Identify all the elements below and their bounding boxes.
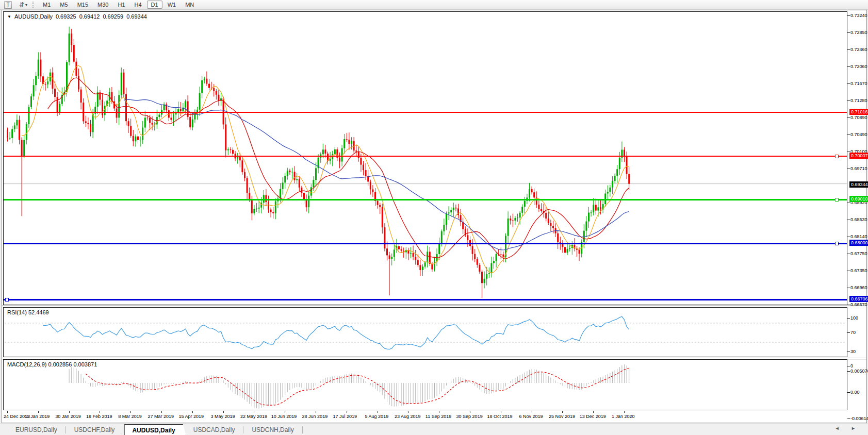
date-tick [501,411,501,413]
axis-tick [847,237,850,237]
chart-tab-usdcad[interactable]: USDCAD,Daily [186,424,242,435]
top-toolbar: T ⇵ ▾ M1M5M15M30H1H4D1W1MN [0,0,868,10]
price-tick-label: 0.72060 [850,64,868,69]
axis-tick [847,203,850,203]
level-line-0.71016[interactable] [4,112,847,113]
timeframe-button-h1[interactable]: H1 [113,1,129,9]
timeframe-button-d1[interactable]: D1 [147,1,162,9]
date-tick [532,411,532,413]
collapse-triangle-icon[interactable]: ▼ [7,14,11,19]
date-tick [439,411,439,413]
date-tick [470,411,470,413]
timeframe-button-mn[interactable]: MN [181,1,198,9]
date-label: 18 Oct 2019 [487,414,512,419]
axis-tick [847,169,850,169]
date-label: 17 Jul 2019 [333,414,357,419]
price-tick-label: 0.71670 [850,81,868,86]
axis-tick [847,332,850,333]
rsi-chart[interactable] [4,308,847,357]
date-label: 8 Mar 2019 [118,414,142,419]
date-label: 11 Sep 2019 [425,414,451,419]
date-label: 28 Jun 2019 [302,414,328,419]
date-label: 11 Jan 2019 [24,414,50,419]
price-tick-label: 30 [850,349,868,354]
main-chart-area[interactable]: ▼ AUDUSD,Daily 0.69325 0.69412 0.69259 0… [3,11,847,305]
chart-tab-usdchf[interactable]: USDCHF,Daily [67,424,122,435]
swap-arrows-icon[interactable]: ⇵ [19,1,24,8]
price-tick-label: 0.66570 [850,302,868,307]
dropdown-caret-icon[interactable]: ▾ [25,3,27,7]
timeframe-button-w1[interactable]: W1 [163,1,181,9]
date-label: 6 Nov 2019 [519,414,543,419]
date-tick [347,411,347,413]
macd-label: MACD(12,26,9) 0.002856 0.003871 [7,361,97,367]
timeframe-button-m1[interactable]: M1 [39,1,55,9]
date-label: 18 Feb 2019 [86,414,112,419]
level-line-0.66706[interactable] [4,299,847,300]
rsi-line [43,316,629,349]
price-tick-label: 0.72850 [850,30,868,35]
date-label: 25 Nov 2019 [549,414,575,419]
price-tick-label: -0.006148 [850,416,868,421]
date-label: 30 Jan 2019 [55,414,81,419]
date-tick [69,411,70,413]
price-tick-label: 0.69710 [850,166,868,171]
date-label: 5 Aug 2019 [365,414,389,419]
text-tool-button[interactable]: T [4,1,12,9]
timeframe-button-m5[interactable]: M5 [56,1,72,9]
date-tick [285,411,285,413]
level-price-label: 0.68000 [849,240,868,246]
macd-panel[interactable]: MACD(12,26,9) 0.002856 0.003871 [3,359,847,410]
ohlc-open: 0.69325 [56,13,76,20]
timeframe-button-m15[interactable]: M15 [73,1,92,9]
axis-tick [847,49,850,50]
level-drag-handle[interactable] [5,298,9,302]
axis-tick [847,118,850,118]
date-label: 3 May 2019 [211,414,235,419]
level-drag-handle[interactable] [835,155,839,158]
level-line-0.70007[interactable] [4,156,847,157]
price-tick-label: 70 [850,330,868,335]
date-label: 22 May 2019 [240,414,267,419]
price-tick-label: 0.71280 [850,98,868,103]
tab-separator [123,426,123,433]
ohlc-low: 0.69259 [103,13,123,20]
axis-tick [847,366,850,366]
level-drag-handle[interactable] [835,242,839,245]
macd-chart[interactable] [4,360,847,410]
candlestick-chart[interactable] [4,12,847,305]
date-label: 23 Aug 2019 [395,414,421,419]
axis-tick [847,419,850,419]
price-tick-label: 0.66960 [850,285,868,290]
date-tick [254,411,254,413]
axis-tick [847,318,850,319]
price-tick-label: 0.005076 [850,369,868,374]
axis-tick [847,288,850,288]
date-tick [624,411,625,413]
level-line-0.69010[interactable] [4,199,847,200]
axis-tick [847,220,850,220]
date-tick [316,411,316,413]
tab-scroll-arrows[interactable]: ◄ ► [835,426,861,431]
price-tick-label: 0.70490 [850,132,868,137]
level-drag-handle[interactable] [835,198,839,202]
current-price-label: 0.69344 [849,181,868,188]
axis-tick [847,392,850,393]
price-tick-label: 0.73240 [850,13,868,18]
rsi-panel[interactable]: RSI(14) 52.4469 [3,307,847,357]
date-tick [408,411,408,413]
chart-tab-eurusd[interactable]: EURUSD,Daily [8,424,64,435]
chart-tab-usdcnh[interactable]: USDCNH,Daily [244,424,301,435]
timeframe-button-h4[interactable]: H4 [130,1,146,9]
date-tick [7,411,8,413]
level-line-0.68000[interactable] [4,243,847,244]
chart-tab-bar: EURUSD,DailyUSDCHF,DailyAUDUSD,DailyUSDC… [0,424,868,435]
price-tick-label: 0 [850,363,868,369]
chart-tab-audusd[interactable]: AUDUSD,Daily [124,424,186,435]
axis-tick [847,32,850,33]
axis-tick [847,83,850,84]
date-label: 1 Jan 2020 [612,414,635,419]
axis-tick [847,271,850,271]
chart-window: ▼ AUDUSD,Daily 0.69325 0.69412 0.69259 0… [2,10,867,423]
timeframe-button-m30[interactable]: M30 [93,1,112,9]
